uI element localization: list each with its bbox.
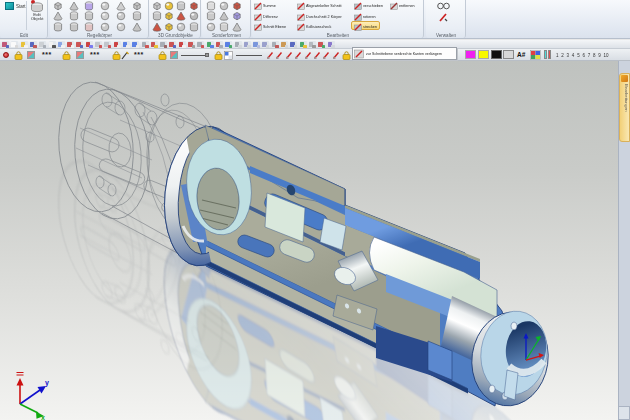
svg-text:y: y: [45, 379, 49, 387]
svg-text:x: x: [41, 414, 45, 420]
